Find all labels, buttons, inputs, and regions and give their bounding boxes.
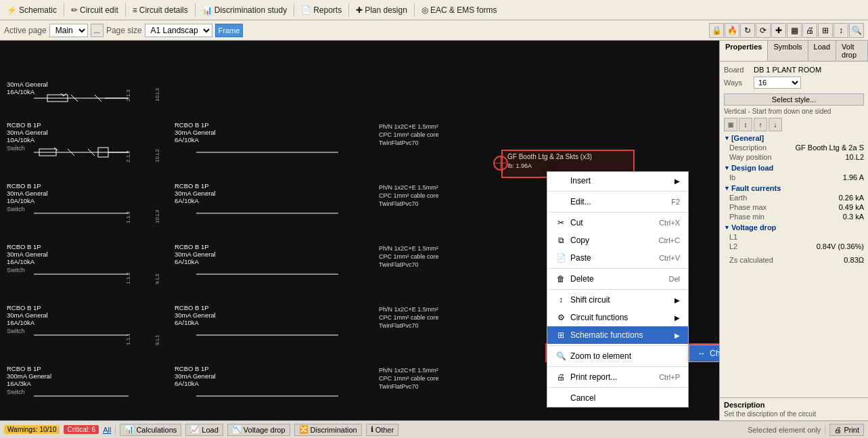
status-print[interactable]: 🖨 Print (829, 424, 864, 436)
all-label[interactable]: All (103, 426, 111, 434)
svg-text:RCBO B 1P: RCBO B 1P (7, 182, 41, 190)
sep1 (64, 3, 64, 17)
print-icon-btn[interactable]: 🖨 (802, 23, 817, 38)
svg-text:RCBO B 1P: RCBO B 1P (175, 365, 209, 372)
circuit-details-icon: ≡ (133, 5, 137, 15)
ctx-sep5 (547, 345, 688, 346)
zoom-icon-btn[interactable]: 🔍 (849, 23, 864, 38)
panel-icon3[interactable]: ↑ (754, 118, 767, 131)
refresh-icon-btn[interactable]: ⟳ (756, 23, 771, 38)
export-icon-btn[interactable]: ⊞ (818, 23, 833, 38)
ctx-paste[interactable]: 📄Paste Ctrl+V (547, 249, 688, 267)
tab-symbols[interactable]: Symbols (768, 41, 808, 61)
svg-text:10.L2: 10.L2 (154, 148, 160, 162)
description-section: Description Set the discription of the c… (720, 397, 868, 420)
select-style-btn[interactable]: Select style... (724, 93, 864, 106)
warnings-badge: Warnings: 10/10 (4, 425, 60, 434)
page-size-select[interactable]: A1 Landscape (145, 24, 212, 37)
toolbar-plan-design[interactable]: ✚ Plan design (352, 4, 411, 16)
panel-icon2[interactable]: ↕ (739, 118, 752, 131)
ctx-print-report[interactable]: 🖨Print report... Ctrl+P (547, 368, 688, 386)
lock-icon-btn[interactable]: 🔒 (709, 23, 724, 38)
page-size-label: Page size (106, 26, 142, 35)
page-ellipsis-btn[interactable]: ... (91, 24, 104, 37)
zs-val: 0.83Ω (844, 256, 864, 264)
grid-icon-btn[interactable]: ▦ (787, 23, 802, 38)
status-tab-discrimination[interactable]: 🔀 Discrimination (294, 424, 362, 436)
svg-text:30mA General: 30mA General (7, 250, 48, 258)
svg-text:RCBO B 1P: RCBO B 1P (175, 243, 209, 250)
phase-min-key: Phase min (729, 213, 764, 221)
paste-icon: 📄 (555, 253, 566, 263)
svg-text:Ph/N 1x2C+E 1.5mm²: Ph/N 1x2C+E 1.5mm² (379, 123, 438, 130)
insert-icon (555, 175, 566, 186)
svg-text:6A/10kA: 6A/10kA (175, 197, 200, 204)
style-desc: Vertical - Start from down one sided (724, 108, 864, 115)
status-sep2 (825, 424, 825, 435)
submenu-change-symbol[interactable]: ↔ Change symbol (689, 345, 719, 362)
svg-text:TwinFlatPvc70: TwinFlatPvc70 (379, 200, 419, 207)
selected-label: Selected element only (748, 426, 821, 434)
active-page-select[interactable]: Main (49, 24, 88, 37)
ctx-cancel[interactable]: Cancel (547, 389, 688, 407)
ctx-sep2 (547, 212, 688, 213)
tab-volt-drop[interactable]: Volt drop (836, 41, 868, 61)
toolbar-circuit-edit[interactable]: ✏ Circuit edit (67, 4, 122, 16)
reports-icon: 📄 (301, 5, 311, 15)
status-tab-load[interactable]: 📈 Load (185, 424, 223, 436)
ctx-sep3 (547, 268, 688, 269)
arrow-icon-btn[interactable]: ↕ (833, 23, 848, 38)
way-pos-val: 10.L2 (845, 153, 864, 161)
status-tab-calculations[interactable]: 📊 Calculations (120, 424, 181, 436)
toolbar-schematic[interactable]: ⚡ Schematic (3, 4, 61, 16)
rotate-icon-btn[interactable]: ↻ (740, 23, 755, 38)
ctx-shift-circuit[interactable]: ↕Shift circuit ▶ (547, 291, 688, 309)
l1-key: L1 (729, 233, 737, 241)
toolbar-eac-ems[interactable]: ◎ EAC & EMS forms (417, 4, 501, 16)
phase-min-val: 0.3 kA (843, 213, 864, 221)
svg-text:TwinFlatPvc70: TwinFlatPvc70 (379, 261, 419, 268)
svg-text:16A/3kA: 16A/3kA (7, 380, 32, 387)
svg-text:RCBO B 1P: RCBO B 1P (7, 121, 41, 129)
discrimination-icon: 📊 (202, 5, 212, 15)
svg-text:RCBO B 1P: RCBO B 1P (7, 304, 41, 311)
ctx-zoom-element[interactable]: 🔍Zoom to element (547, 347, 688, 365)
prop-l2: L2 0.84V (0.36%) (724, 242, 864, 250)
schematic-canvas[interactable]: 2.1.3 2.1.2 1.1.3 1.1.2 1.1.1 10.L3 10.L… (0, 41, 719, 420)
svg-text:2.1.2: 2.1.2 (125, 150, 131, 162)
right-panel: Properties Symbols Load Volt drop Board … (719, 41, 868, 420)
cut-icon: ✂ (555, 217, 566, 228)
svg-text:Switch: Switch (7, 145, 25, 152)
ctx-cut[interactable]: ✂Cut Ctrl+X (547, 214, 688, 232)
ctx-copy[interactable]: ⧉Copy Ctrl+C (547, 232, 688, 249)
flame-icon-btn[interactable]: 🔥 (725, 23, 739, 38)
toolbar-reports[interactable]: 📄 Reports (297, 4, 346, 16)
svg-text:Ph/N 1x2C+E 1.5mm²: Ph/N 1x2C+E 1.5mm² (379, 184, 438, 191)
circuit-edit-icon: ✏ (71, 5, 78, 15)
ctx-delete[interactable]: 🗑Delete Del (547, 270, 688, 288)
toolbar-discrimination[interactable]: 📊 Discrimination study (198, 4, 291, 16)
ctx-edit[interactable]: Edit... F2 (547, 193, 688, 211)
panel-icon1[interactable]: ⊞ (724, 118, 737, 131)
earth-key: Earth (729, 194, 747, 202)
toolbar-circuit-details[interactable]: ≡ Circuit details (129, 4, 192, 16)
svg-text:30mA General: 30mA General (7, 129, 48, 136)
ctx-schematic-functions[interactable]: ⊞ Schematic functions ▶ (547, 326, 688, 344)
status-tab-voltage-drop[interactable]: 📉 Voltage drop (227, 424, 290, 436)
svg-text:10A/10kA: 10A/10kA (7, 136, 35, 144)
ctx-insert[interactable]: Insert ▶ (547, 172, 688, 190)
frame-btn[interactable]: Frame (215, 24, 244, 37)
print-report-icon: 🖨 (555, 372, 566, 382)
panel-icon4[interactable]: ↓ (769, 118, 782, 131)
prop-l1: L1 (724, 233, 864, 241)
svg-text:CPC  1mm² cable core: CPC 1mm² cable core (379, 192, 439, 199)
tab-load[interactable]: Load (808, 41, 836, 61)
plus-icon-btn[interactable]: ✚ (771, 23, 786, 38)
status-tab-other[interactable]: ℹ Other (366, 424, 399, 436)
tab-properties[interactable]: Properties (720, 41, 768, 61)
ctx-circuit-functions[interactable]: ⚙Circuit functions ▶ (547, 309, 688, 326)
svg-text:RCBO B 1P: RCBO B 1P (7, 365, 41, 372)
ways-select[interactable]: 16 (754, 76, 801, 89)
svg-text:RCBO B 1P: RCBO B 1P (175, 304, 209, 311)
svg-text:16A/10kA: 16A/10kA (7, 258, 35, 265)
